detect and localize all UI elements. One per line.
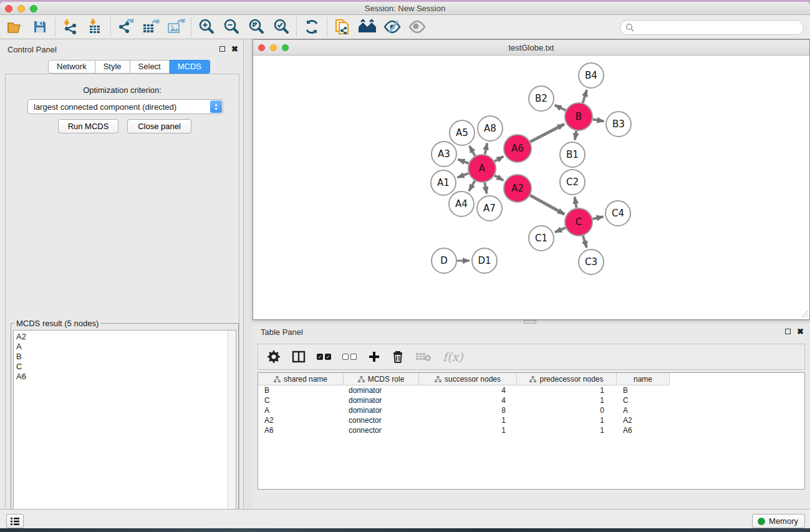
float-panel-icon[interactable] xyxy=(785,329,791,334)
edge-A-A8[interactable] xyxy=(485,143,488,155)
new-network-from-selection-icon[interactable] xyxy=(331,17,354,37)
node-C4[interactable]: C4 xyxy=(605,201,630,226)
edge-A-A3[interactable] xyxy=(458,159,468,163)
tab-mcds[interactable]: MCDS xyxy=(170,60,210,74)
zoom-fit-icon[interactable] xyxy=(245,17,268,37)
run-mcds-button[interactable]: Run MCDS xyxy=(58,119,118,133)
edge-A-A1[interactable] xyxy=(458,173,469,178)
export-image-icon[interactable] xyxy=(165,17,187,37)
edge-B-B2[interactable] xyxy=(555,105,566,110)
node-A5[interactable]: A5 xyxy=(450,120,475,145)
search-field[interactable] xyxy=(620,20,804,35)
table-panel: Table Panel ✖ ✓✓ xyxy=(253,324,810,509)
table-cell: 4 xyxy=(419,385,517,395)
edge-B-B4[interactable] xyxy=(583,90,587,103)
edge-C-C2[interactable] xyxy=(575,197,577,208)
node-A4[interactable]: A4 xyxy=(449,191,474,216)
edge-C-C3[interactable] xyxy=(583,236,587,248)
node-D1[interactable]: D1 xyxy=(472,248,497,273)
edge-A6-B[interactable] xyxy=(530,124,564,142)
show-graphics-details-icon[interactable] xyxy=(406,17,428,37)
table-options-icon[interactable] xyxy=(267,348,281,365)
close-panel-icon[interactable]: ✖ xyxy=(797,328,804,335)
export-table-icon[interactable] xyxy=(140,17,162,37)
node-B1[interactable]: B1 xyxy=(560,142,585,167)
network-window-titlebar[interactable]: testGlobe.txt xyxy=(253,40,809,56)
table-cell: A xyxy=(258,405,344,415)
column-header-successor-nodes[interactable]: successor nodes xyxy=(419,373,517,385)
edge-A-A6[interactable] xyxy=(494,157,503,162)
import-network-icon[interactable] xyxy=(59,17,82,37)
unselect-all-columns-icon[interactable] xyxy=(342,348,357,365)
node-A8[interactable]: A8 xyxy=(478,116,503,141)
delete-columns-icon[interactable] xyxy=(392,348,404,365)
apply-layout-icon[interactable] xyxy=(301,17,323,37)
zoom-in-icon[interactable] xyxy=(195,17,218,37)
column-header-name[interactable]: name xyxy=(617,373,670,385)
edge-A-A4[interactable] xyxy=(469,181,475,191)
search-input[interactable] xyxy=(637,23,798,32)
task-history-button[interactable] xyxy=(6,514,24,528)
resize-grip-icon[interactable] xyxy=(798,308,808,318)
first-neighbors-icon[interactable] xyxy=(356,17,378,37)
edge-C-C1[interactable] xyxy=(555,228,566,232)
node-B4[interactable]: B4 xyxy=(579,63,604,88)
edge-B-B1[interactable] xyxy=(575,131,576,140)
tab-network[interactable]: Network xyxy=(48,60,95,74)
table-row[interactable]: A2connector11A2 xyxy=(258,415,804,425)
column-header-shared-name[interactable]: shared name xyxy=(258,373,344,385)
column-header-MCDS-role[interactable]: MCDS role xyxy=(344,373,419,385)
show-column-panel-icon[interactable] xyxy=(292,348,306,365)
tab-select[interactable]: Select xyxy=(130,60,170,74)
zoom-out-icon[interactable] xyxy=(220,17,243,37)
edge-A-A7[interactable] xyxy=(485,183,486,194)
edge-A-A5[interactable] xyxy=(470,146,475,156)
result-scrollbar[interactable] xyxy=(228,331,236,528)
edge-C-C4[interactable] xyxy=(592,216,603,219)
create-new-column-icon[interactable] xyxy=(368,348,380,365)
close-panel-icon[interactable]: ✖ xyxy=(231,46,238,52)
node-A[interactable]: A xyxy=(468,155,496,182)
tab-style[interactable]: Style xyxy=(95,60,130,74)
table-row[interactable]: Adominator80A xyxy=(258,405,804,415)
node-B[interactable]: B xyxy=(565,103,592,130)
node-A3[interactable]: A3 xyxy=(432,142,456,167)
table-row[interactable]: Cdominator41C xyxy=(258,395,804,405)
edge-B-B3[interactable] xyxy=(593,119,604,121)
zoom-selected-icon[interactable] xyxy=(270,17,292,37)
node-B3[interactable]: B3 xyxy=(606,112,631,137)
edge-A2-C[interactable] xyxy=(530,195,564,214)
mcds-result-item: A xyxy=(14,342,236,352)
svg-text:C2: C2 xyxy=(566,177,579,188)
memory-button[interactable]: Memory xyxy=(752,514,805,528)
column-header-predecessor-nodes[interactable]: predecessor nodes xyxy=(517,373,617,385)
save-session-icon[interactable] xyxy=(29,17,51,37)
network-canvas[interactable]: B4B2BB3A8A5A6A3B1AC2A1A2A4A7C4CC1C3DD1 xyxy=(254,56,809,319)
toolbar-separator xyxy=(110,17,111,36)
open-file-icon[interactable] xyxy=(4,17,26,37)
node-C[interactable]: C xyxy=(565,208,592,236)
hide-graphics-details-icon[interactable] xyxy=(381,17,403,37)
import-table-icon[interactable] xyxy=(84,17,107,37)
select-all-columns-icon[interactable]: ✓✓ xyxy=(317,348,331,365)
float-panel-icon[interactable] xyxy=(219,46,225,52)
function-builder-icon[interactable]: f(x) xyxy=(443,348,463,365)
node-C2[interactable]: C2 xyxy=(560,170,585,195)
table-row[interactable]: Bdominator41B xyxy=(258,385,804,395)
node-A6[interactable]: A6 xyxy=(504,135,531,162)
table-row[interactable]: A6connector11A6 xyxy=(258,425,804,435)
node-B2[interactable]: B2 xyxy=(529,86,554,111)
delete-table-icon[interactable] xyxy=(415,348,432,365)
splitpane-divider-grip[interactable] xyxy=(524,320,536,324)
export-network-icon[interactable] xyxy=(115,17,137,37)
node-A2[interactable]: A2 xyxy=(504,175,531,202)
node-A7[interactable]: A7 xyxy=(477,196,502,221)
node-C3[interactable]: C3 xyxy=(579,249,604,274)
node-C1[interactable]: C1 xyxy=(529,226,554,251)
optimization-criterion-dropdown[interactable]: largest connected component (directed) ▲… xyxy=(27,99,223,114)
edge-A-A2[interactable] xyxy=(494,175,503,180)
node-A1[interactable]: A1 xyxy=(431,170,456,195)
close-panel-button[interactable]: Close panel xyxy=(127,119,191,133)
node-D[interactable]: D xyxy=(432,248,456,273)
mcds-result-list[interactable]: A2ABCA6 xyxy=(13,330,236,528)
